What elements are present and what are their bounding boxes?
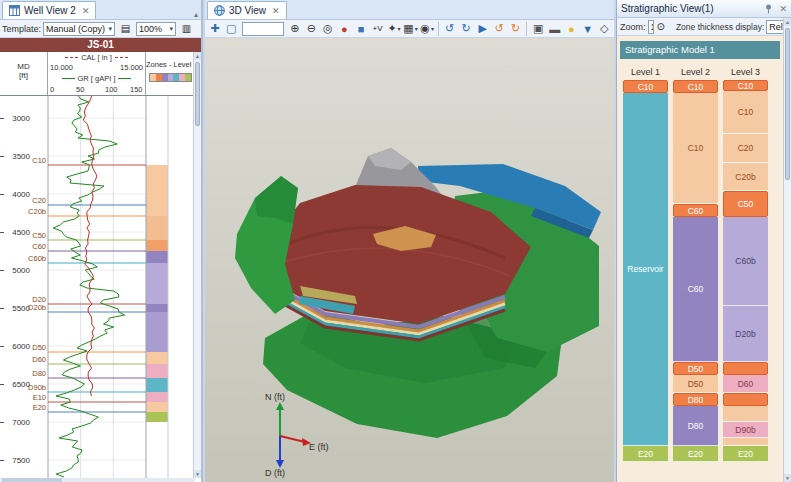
zone-block[interactable]: C10 [623,80,668,93]
zoom-tool-icon[interactable]: ⊙ [656,19,666,35]
light-icon[interactable]: ● [564,21,580,37]
zone-block[interactable]: C60 [673,204,718,217]
cal-legend-label: CAL [ in ] [81,53,112,62]
zone-block[interactable]: D50 [673,375,718,393]
zoom-extents-icon[interactable]: ◎ [320,21,336,37]
scrollbar-thumb[interactable] [195,62,200,126]
zone-label: E10 [12,393,46,402]
zone-block[interactable]: C50 [723,191,768,217]
gr-curve [53,96,124,477]
close-icon[interactable]: ✕ [82,6,90,16]
zone-block[interactable]: C10 [673,93,718,204]
3d-view-panel: 3D View ✕ ✚▢⊕⊖◎●■+V✦▾▦▾◉▾↺↻▶↺↻▣▬●▼◇ [205,0,614,482]
axis-north-label: N (ft) [265,392,285,402]
zone-block[interactable]: C10 [723,80,768,91]
axis-east-label: E (ft) [309,442,329,452]
tab-well-view-2[interactable]: Well View 2 ✕ [2,1,96,19]
zone-block[interactable]: E20 [673,446,718,462]
zone-block[interactable]: D80 [673,393,718,406]
pan-icon[interactable]: ✚ [207,21,223,37]
zone-block[interactable]: D90b [723,422,768,438]
zone-block[interactable]: C60b [723,217,768,306]
zoom-select[interactable]: 100%▾ [136,22,176,36]
strat-columns: C10ReservoirE20C10C10C60C60D50D50D80D80E… [617,80,783,462]
rotate-ccw-icon[interactable]: ↺ [491,21,507,37]
well-table-icon [9,5,20,16]
zone-block[interactable]: D60 [723,375,768,393]
zone-block[interactable]: C10 [723,91,768,134]
zone-label: C20 [12,196,46,205]
scrollbar-thumb[interactable] [785,28,790,180]
zone-label: D90b [12,383,46,392]
cal-min-label: 10.000 [50,63,73,73]
depth-label: 3000 [2,114,30,123]
measure-icon[interactable]: ● [337,21,353,37]
3d-scene[interactable]: N (ft) E (ft) D (ft) [205,38,614,482]
pin-icon[interactable] [764,4,773,14]
collapse-panel-icon[interactable]: ▴ [194,10,198,19]
zone-block[interactable]: D50 [673,362,718,375]
camera-icon[interactable]: ▣ [530,21,546,37]
fit-width-icon[interactable]: ▥ [178,21,195,37]
depth-track-header: MD [ft] [0,52,48,95]
page-setup-icon[interactable]: ▤ [117,21,134,37]
zone-block[interactable]: Reservoir [623,93,668,446]
close-icon[interactable]: ✕ [779,4,787,14]
well-view-horizontal-scrollbar[interactable] [0,478,195,482]
zone-block[interactable]: E20 [723,446,768,462]
display-style-icon[interactable]: ▦▾ [403,21,419,37]
zone-block[interactable] [723,393,768,406]
scroll-down-icon[interactable]: ▼ [784,474,791,482]
gr-scale: 050100150 [48,84,145,96]
orbit-left-icon[interactable]: ↺ [442,21,458,37]
template-select[interactable]: Manual (Copy)▾ [43,22,115,36]
tab-label: Well View 2 [24,5,76,16]
frame-input[interactable] [242,22,284,36]
settings-icon[interactable]: ✦▾ [386,21,402,37]
zone-block[interactable]: C20b [723,163,768,191]
zone-label: C60b [12,254,46,263]
video-icon[interactable]: ▬ [547,21,563,37]
orbit-right-icon[interactable]: ↻ [458,21,474,37]
gr-legend-line [62,78,75,79]
view3d-toolbar: ✚▢⊕⊖◎●■+V✦▾▦▾◉▾↺↻▶↺↻▣▬●▼◇ [205,20,614,38]
strat-vertical-scrollbar[interactable]: ▲ ▼ [783,18,791,482]
pin-icon[interactable]: ▼ [580,21,596,37]
close-icon[interactable]: ✕ [272,6,280,16]
scroll-up-icon[interactable]: ▲ [784,18,791,26]
template-label: Template: [2,24,41,34]
strat-headers: Level 1Level 2Level 3 [617,67,783,77]
zone-block[interactable] [723,406,768,422]
zone-block[interactable]: C20 [723,134,768,163]
zoom-in-icon[interactable]: ⊕ [287,21,303,37]
visibility-icon[interactable]: ◉▾ [419,21,435,37]
scroll-up-icon[interactable]: ▲ [194,52,201,60]
toolbar-separator [438,22,439,36]
scroll-down-icon[interactable]: ▼ [194,470,201,478]
zone-block[interactable] [723,438,768,446]
zone-block[interactable]: C10 [673,80,718,93]
zone-label: C20b [12,207,46,216]
zone-block[interactable]: D80 [673,406,718,446]
strat-zoom-select[interactable]: 100%▾ [648,20,654,34]
zones-colorbar [149,73,192,82]
play-icon[interactable]: ▶ [475,21,491,37]
zone-block[interactable]: D20b [723,306,768,362]
zoom-window-icon[interactable]: ▢ [224,21,240,37]
rotate-cw-icon[interactable]: ↻ [508,21,524,37]
zoom-out-icon[interactable]: ⊖ [304,21,320,37]
add-vertical-intersection-icon[interactable]: +V [370,21,386,37]
strat-toolbar: Zoom: 100%▾ ⊙ Zone thickness display: Re… [617,18,791,36]
zone-block[interactable]: E20 [623,446,668,462]
log-area[interactable]: 3000350040004500500055006000650070007500… [0,96,195,478]
gr-scale-label: 50 [76,85,84,94]
polygon-icon[interactable]: ◇ [597,21,613,37]
depth-header-label: MD [0,62,47,71]
zone-block[interactable] [723,362,768,375]
well-view-vertical-scrollbar[interactable]: ▲ ▼ [193,52,201,478]
zone-block[interactable]: C60 [673,217,718,362]
tab-3d-view[interactable]: 3D View ✕ [207,1,287,19]
cube-icon[interactable]: ■ [353,21,369,37]
scrollbar-thumb[interactable] [2,478,62,482]
curve-track-header: CAL [ in ] 10.00015.000 GR [ gAPI ] 0501… [48,52,146,95]
